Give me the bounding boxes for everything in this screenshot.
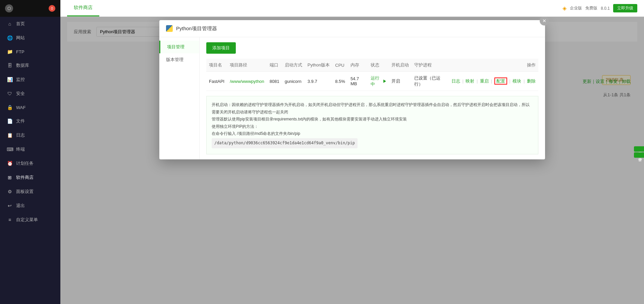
- waf-icon: 🔒: [7, 105, 13, 110]
- cell-boot: 开启: [389, 72, 412, 91]
- version-label: 8.0.1: [601, 6, 610, 11]
- sidebar-item-waf[interactable]: 🔒WAF: [0, 101, 60, 114]
- status-running: 运行中: [371, 75, 386, 87]
- modal-header: Python项目管理器 ✕: [159, 20, 545, 37]
- cell-project-path[interactable]: /www/wwwpython: [227, 72, 267, 91]
- sidebar-item-security[interactable]: 🛡安全: [0, 87, 60, 101]
- modal-content: 添加项目 项目名 项目路径 端口 启动方式: [200, 37, 545, 159]
- col-guard: 守护进程: [412, 59, 448, 72]
- python-logo-icon: [166, 25, 173, 32]
- sidebar-label-store: 软件商店: [16, 174, 34, 181]
- side-tools: 客服 评价: [634, 146, 644, 158]
- info-line2: 管理器默认使用pip安装项目根目录requirements.txt内的模块，如有…: [212, 116, 533, 123]
- cell-actions: 日志 | 映射 | 重启 | 配置 | 模块: [449, 72, 538, 91]
- sidebar-item-database[interactable]: 🗄数据库: [0, 58, 60, 72]
- topbar-right: ◈ 企业版 免费版 8.0.1 立即升级: [562, 4, 637, 12]
- cell-status: 运行中: [368, 72, 389, 91]
- sidebar-label-files: 文件: [16, 118, 25, 124]
- sep5: |: [524, 79, 525, 84]
- sidebar-label-settings: 面板设置: [16, 189, 34, 195]
- sidebar-item-store[interactable]: ⊞软件商店: [0, 170, 60, 185]
- sidebar-item-monitor[interactable]: 📊监控: [0, 72, 60, 87]
- sidebar-label-logout: 退出: [16, 203, 25, 209]
- cron-icon: ⏰: [7, 161, 13, 166]
- sidebar-label-ftp: FTP: [16, 49, 24, 54]
- customer-service-button[interactable]: 客服: [634, 146, 644, 152]
- diamond-icon: ◈: [562, 5, 567, 11]
- cell-port: 8081: [267, 72, 282, 91]
- sidebar-item-logs[interactable]: 📋日志: [0, 128, 60, 142]
- sep4: |: [509, 79, 510, 84]
- sidebar-label-cron: 计划任务: [16, 160, 34, 166]
- table-wrapper: 项目名 项目路径 端口 启动方式 Python版本 CPU 内存 状态 开机启动: [206, 59, 538, 91]
- settings-icon: ⚙: [7, 189, 13, 194]
- cell-guard: 已设置（已运行）: [412, 72, 448, 91]
- sidebar-item-terminal[interactable]: ⌨终端: [0, 142, 60, 156]
- tab-software-store[interactable]: 软件商店: [67, 0, 99, 16]
- info-box: 开机启动：因依赖的进程守护管理器插件为开机启动，如关闭开机启动但守护进程开启，那…: [206, 96, 538, 154]
- action-delete[interactable]: 删除: [527, 79, 536, 84]
- modal-backdrop: Python项目管理器 ✕ 项目管理 版本管理 添加项目: [60, 17, 644, 304]
- col-name: 项目名: [206, 59, 227, 72]
- main-area: 软件商店 ◈ 企业版 免费版 8.0.1 立即升级 应用搜索 🔍 2张SSL高.…: [60, 0, 644, 304]
- sidebar-item-project-management[interactable]: 项目管理: [159, 41, 199, 53]
- table-row: FastAPI /www/wwwpython 8081 gunicorn 3.9…: [206, 72, 538, 91]
- topbar-tabs: 软件商店: [67, 0, 99, 16]
- action-log[interactable]: 日志: [451, 79, 460, 84]
- sidebar-item-cron[interactable]: ⏰计划任务: [0, 156, 60, 170]
- modal-body: 项目管理 版本管理 添加项目 项目名 项目路径: [159, 37, 545, 159]
- play-icon: [383, 80, 386, 83]
- action-map[interactable]: 映射: [466, 79, 474, 84]
- sidebar: ⬡ 0 ⌂首页🌐网站📁FTP🗄数据库📊监控🛡安全🔒WAF📄文件📋日志⌨终端⏰计划…: [0, 0, 60, 304]
- sep1: |: [462, 79, 463, 84]
- sidebar-header: ⬡ 0: [0, 0, 60, 17]
- sidebar-item-ftp[interactable]: 📁FTP: [0, 45, 60, 58]
- security-icon: 🛡: [7, 91, 13, 96]
- sidebar-label-home: 首页: [16, 21, 25, 27]
- info-line3: 使用独立环境PIP的方法：: [212, 123, 533, 131]
- content-area: 应用搜索 🔍 2张SSL高... 更新｜设置｜修复｜卸载 从1-1条 共1条 P…: [60, 17, 644, 304]
- modal-sidebar: 项目管理 版本管理: [159, 37, 200, 159]
- col-boot: 开机启动: [389, 59, 412, 72]
- database-icon: 🗄: [7, 63, 13, 68]
- col-actions: 操作: [449, 59, 538, 72]
- projects-table: 项目名 项目路径 端口 启动方式 Python版本 CPU 内存 状态 开机启动: [206, 59, 538, 91]
- logs-icon: 📋: [7, 133, 13, 138]
- modal-dialog: Python项目管理器 ✕ 项目管理 版本管理 添加项目: [159, 20, 545, 159]
- store-icon: ⊞: [7, 175, 13, 180]
- sidebar-label-waf: WAF: [16, 105, 25, 110]
- modal-close-button[interactable]: ✕: [540, 17, 549, 26]
- sep2: |: [477, 79, 478, 84]
- code-example: /data/python/d9036cc6563924cf9e1da4e1cd6…: [212, 138, 358, 148]
- upgrade-button[interactable]: 立即升级: [613, 4, 637, 12]
- col-status: 状态: [368, 59, 389, 72]
- info-line1: 开机启动：因依赖的进程守护管理器插件为开机启动，如关闭开机启动但守护进程开启，那…: [212, 101, 533, 116]
- action-module[interactable]: 模块: [513, 79, 521, 84]
- logout-icon: ↩: [7, 203, 13, 208]
- col-start: 启动方式: [282, 59, 305, 72]
- sidebar-logo: ⬡: [5, 4, 13, 12]
- sidebar-item-settings[interactable]: ⚙面板设置: [0, 185, 60, 199]
- cell-python-version: 3.9.7: [305, 72, 332, 91]
- sidebar-item-version-management[interactable]: 版本管理: [159, 53, 199, 66]
- cell-cpu: 8.5%: [332, 72, 348, 91]
- col-python: Python版本: [305, 59, 332, 72]
- action-restart[interactable]: 重启: [480, 79, 489, 84]
- sidebar-item-custom[interactable]: ≡自定义菜单: [0, 213, 60, 227]
- custom-icon: ≡: [7, 217, 13, 222]
- free-label: 免费版: [585, 5, 597, 11]
- review-button[interactable]: 评价: [634, 152, 644, 158]
- col-path: 项目路径: [227, 59, 267, 72]
- path-link[interactable]: /www/wwwpython: [230, 79, 264, 84]
- col-port: 端口: [267, 59, 282, 72]
- sidebar-item-files[interactable]: 📄文件: [0, 114, 60, 128]
- files-icon: 📄: [7, 118, 13, 124]
- info-line4: 在命令行输入 /项目路径/md5命名的文件夹/bin/pip: [212, 130, 533, 138]
- sidebar-label-terminal: 终端: [16, 146, 25, 152]
- add-project-button[interactable]: 添加项目: [206, 42, 236, 54]
- sidebar-item-logout[interactable]: ↩退出: [0, 199, 60, 213]
- sidebar-item-website[interactable]: 🌐网站: [0, 31, 60, 45]
- action-config[interactable]: 配置: [494, 78, 507, 85]
- sidebar-label-database: 数据库: [16, 62, 29, 68]
- sidebar-item-home[interactable]: ⌂首页: [0, 17, 60, 31]
